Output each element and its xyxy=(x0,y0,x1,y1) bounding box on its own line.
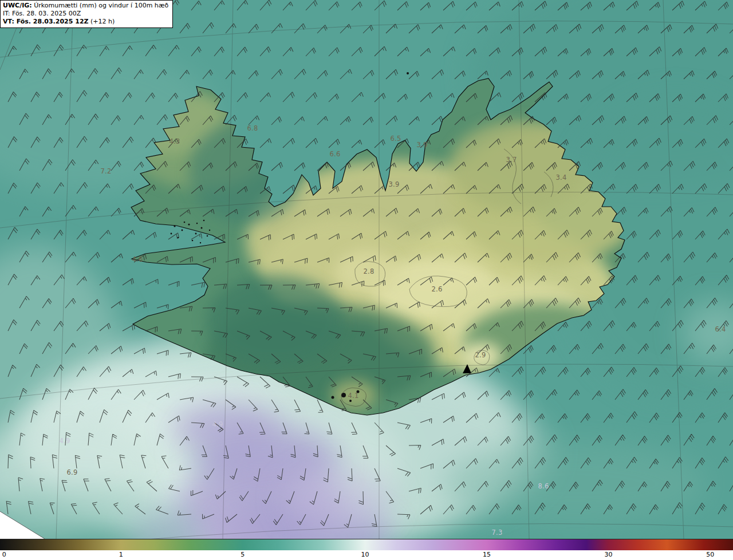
valid-time: VT: Fös. 28.03.2025 12Z xyxy=(3,18,89,25)
colorbar: 01510153050 xyxy=(0,539,733,560)
colorbar-tick: 50 xyxy=(706,551,714,558)
valid-time-offset: (+12 h) xyxy=(90,18,115,25)
title-line-init: IT: Fös. 28. 03. 2025 00Z xyxy=(3,10,168,18)
colorbar-ticks: 01510153050 xyxy=(0,550,733,560)
colorbar-gradient xyxy=(0,539,733,550)
colorbar-tick: 0 xyxy=(2,551,6,558)
colorbar-tick: 30 xyxy=(604,551,612,558)
colorbar-tick: 15 xyxy=(483,551,491,558)
weather-map-page: 6.84.37.26.66.53.93.73.43.94.62.82.66.42… xyxy=(0,0,733,560)
title-box: UWC/IG: Úrkomumætti (mm) og vindur í 100… xyxy=(0,0,173,28)
title-line-valid: VT: Fös. 28.03.2025 12Z (+12 h) xyxy=(3,18,168,26)
colorbar-tick: 1 xyxy=(119,551,123,558)
map-canvas xyxy=(0,0,733,539)
model-label: UWC/IG: xyxy=(3,2,32,9)
colorbar-tick: 10 xyxy=(361,551,369,558)
title-line-model: UWC/IG: Úrkomumætti (mm) og vindur í 100… xyxy=(3,2,168,10)
map-title: Úrkomumætti (mm) og vindur í 100m hæð xyxy=(34,2,168,9)
colorbar-tick: 5 xyxy=(241,551,245,558)
